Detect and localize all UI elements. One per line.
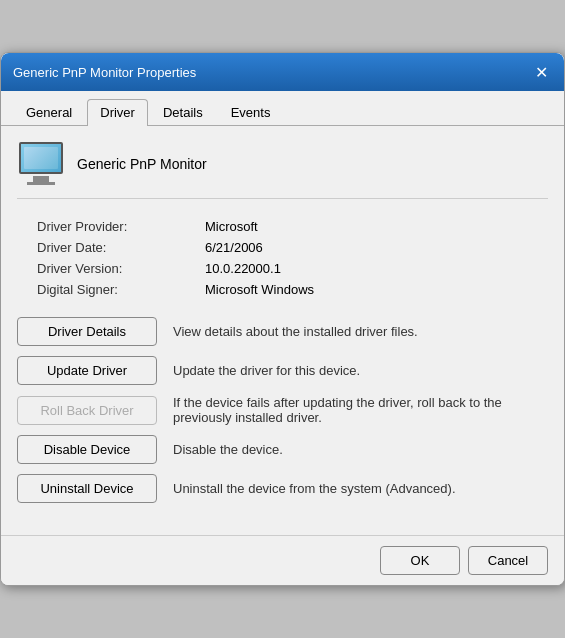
action-btn-update-driver[interactable]: Update Driver xyxy=(17,356,157,385)
tab-details[interactable]: Details xyxy=(150,99,216,125)
action-description: Disable the device. xyxy=(173,442,548,457)
action-description: If the device fails after updating the d… xyxy=(173,395,548,425)
device-name: Generic PnP Monitor xyxy=(77,156,207,172)
action-btn-disable-device[interactable]: Disable Device xyxy=(17,435,157,464)
dialog-footer: OK Cancel xyxy=(1,535,564,585)
action-btn-uninstall-device[interactable]: Uninstall Device xyxy=(17,474,157,503)
tab-events[interactable]: Events xyxy=(218,99,284,125)
action-btn-roll-back-driver[interactable]: Roll Back Driver xyxy=(17,396,157,425)
action-description: Update the driver for this device. xyxy=(173,363,548,378)
action-row: Roll Back DriverIf the device fails afte… xyxy=(17,395,548,425)
action-row: Update DriverUpdate the driver for this … xyxy=(17,356,548,385)
action-btn-driver-details[interactable]: Driver Details xyxy=(17,317,157,346)
signer-value: Microsoft Windows xyxy=(205,282,548,297)
tab-driver[interactable]: Driver xyxy=(87,99,148,126)
action-row: Disable DeviceDisable the device. xyxy=(17,435,548,464)
action-row: Driver DetailsView details about the ins… xyxy=(17,317,548,346)
dialog-title: Generic PnP Monitor Properties xyxy=(13,65,196,80)
cancel-button[interactable]: Cancel xyxy=(468,546,548,575)
title-bar: Generic PnP Monitor Properties ✕ xyxy=(1,53,564,91)
tab-general[interactable]: General xyxy=(13,99,85,125)
dialog-window: Generic PnP Monitor Properties ✕ General… xyxy=(0,52,565,586)
version-label: Driver Version: xyxy=(37,261,197,276)
ok-button[interactable]: OK xyxy=(380,546,460,575)
date-label: Driver Date: xyxy=(37,240,197,255)
date-value: 6/21/2006 xyxy=(205,240,548,255)
version-value: 10.0.22000.1 xyxy=(205,261,548,276)
action-description: View details about the installed driver … xyxy=(173,324,548,339)
actions-list: Driver DetailsView details about the ins… xyxy=(17,317,548,503)
tab-content: Generic PnP Monitor Driver Provider: Mic… xyxy=(1,126,564,535)
close-button[interactable]: ✕ xyxy=(530,61,552,83)
signer-label: Digital Signer: xyxy=(37,282,197,297)
provider-label: Driver Provider: xyxy=(37,219,197,234)
action-description: Uninstall the device from the system (Ad… xyxy=(173,481,548,496)
driver-info-grid: Driver Provider: Microsoft Driver Date: … xyxy=(17,219,548,297)
provider-value: Microsoft xyxy=(205,219,548,234)
action-row: Uninstall DeviceUninstall the device fro… xyxy=(17,474,548,503)
tab-bar: General Driver Details Events xyxy=(1,91,564,126)
monitor-icon xyxy=(17,142,65,186)
device-header: Generic PnP Monitor xyxy=(17,142,548,199)
